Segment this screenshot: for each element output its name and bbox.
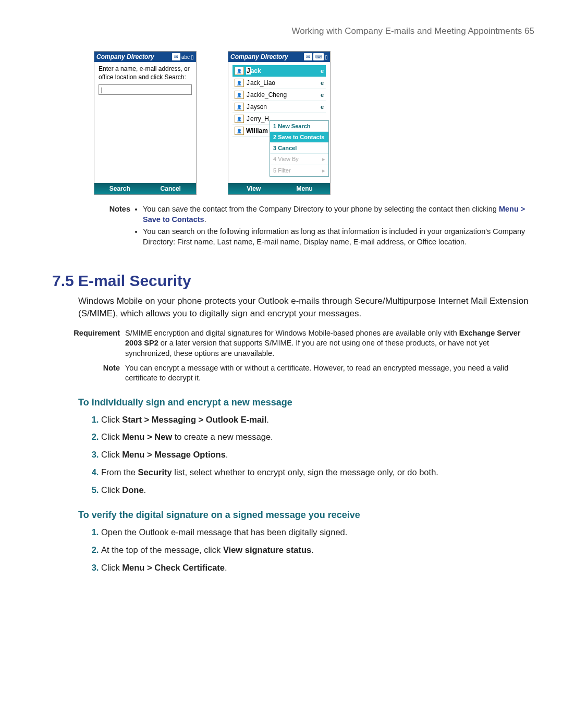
step: Click Menu > Message Options. [101, 448, 534, 461]
result-row[interactable]: Jackie_Cheng e [232, 89, 326, 101]
note-label: Note [63, 363, 125, 384]
phone2-status: ✉ ⌨ ▯ [304, 53, 328, 60]
step: Click Done. [101, 484, 534, 497]
step: From the Security list, select whether t… [101, 466, 534, 479]
page-header: Working with Company E-mails and Meeting… [57, 26, 534, 36]
result-row[interactable]: Jayson e [232, 101, 326, 113]
requirement-block: Requirement S/MIME encryption and digita… [63, 328, 534, 359]
step: Click Start > Messaging > Outlook E-mail… [101, 413, 534, 426]
notes-block: Notes You can save the contact from the … [78, 204, 534, 249]
phone1-status: ✉ abc ▯ [172, 53, 194, 60]
contact-icon [235, 91, 244, 99]
contact-icon [235, 103, 244, 111]
page: Working with Company E-mails and Meeting… [0, 0, 563, 600]
phone-screenshot-search: Company Directory ✉ abc ▯ Enter a name, … [94, 51, 197, 195]
step: Open the Outlook e-mail message that has… [101, 526, 534, 539]
phone2-body: Jack e Jack_Liao e Jackie_Cheng e Jayson… [228, 62, 330, 183]
notes-label: Notes [78, 204, 136, 249]
step: Click Menu > New to create a new message… [101, 430, 534, 443]
phone2-softkeys: View Menu [228, 183, 330, 194]
phone1-titlebar: Company Directory ✉ abc ▯ [94, 52, 196, 62]
contact-icon [235, 115, 244, 123]
result-row[interactable]: Jack_Liao e [232, 77, 326, 89]
signal-icon: ▯ [191, 54, 194, 60]
phone1-softkeys: Search Cancel [94, 183, 196, 194]
screenshots-row: Company Directory ✉ abc ▯ Enter a name, … [94, 51, 534, 195]
chevron-right-icon: ▸ [322, 167, 325, 174]
mail-icon: ✉ [304, 53, 312, 60]
context-menu: 1 New Search 2 Save to Contacts 3 Cancel… [270, 120, 329, 177]
keyboard-icon: ⌨ [313, 53, 324, 60]
subsection-heading: To verify the digital signature on a sig… [78, 510, 534, 521]
contact-icon [235, 79, 244, 87]
contact-icon [235, 67, 244, 75]
note-text: You can encrypt a message with or withou… [125, 363, 534, 384]
result-row[interactable]: Jack e [232, 65, 326, 77]
phone1-softkey-right[interactable]: Cancel [145, 183, 197, 194]
abc-indicator: abc [181, 54, 190, 60]
steps-list-2: Open the Outlook e-mail message that has… [90, 526, 534, 574]
requirement-label: Requirement [63, 328, 125, 359]
note-block: Note You can encrypt a message with or w… [63, 363, 534, 384]
phone1-prompt: Enter a name, e-mail address, or office … [99, 65, 192, 81]
mail-icon: ✉ [172, 53, 180, 60]
phone2-softkey-right[interactable]: Menu [279, 183, 331, 194]
signal-icon: ▯ [325, 54, 328, 60]
phone1-title: Company Directory [96, 53, 154, 60]
menu-cancel[interactable]: 3 Cancel [270, 143, 328, 154]
phone1-softkey-left[interactable]: Search [94, 183, 145, 194]
section-heading: 7.5 E-mail Security [52, 272, 534, 290]
phone-screenshot-results: Company Directory ✉ ⌨ ▯ Jack e Jack_Liao… [228, 51, 331, 195]
chevron-right-icon: ▸ [322, 156, 325, 163]
requirement-text: S/MIME encryption and digital signatures… [125, 328, 534, 359]
step: Click Menu > Check Certificate. [101, 561, 534, 574]
steps-list-1: Click Start > Messaging > Outlook E-mail… [90, 413, 534, 497]
intro-paragraph: Windows Mobile on your phone protects yo… [78, 295, 534, 320]
menu-save-to-contacts[interactable]: 2 Save to Contacts [270, 132, 328, 143]
step: At the top of the message, click View si… [101, 544, 534, 557]
phone1-body: Enter a name, e-mail address, or office … [94, 62, 196, 183]
note-item: You can save the contact from the Compan… [143, 204, 534, 225]
phone2-softkey-left[interactable]: View [228, 183, 279, 194]
phone1-search-input[interactable] [99, 84, 192, 95]
menu-filter: 5 Filter▸ [270, 165, 328, 176]
contact-icon [235, 127, 244, 135]
phone2-title: Company Directory [230, 53, 288, 60]
menu-new-search[interactable]: 1 New Search [270, 121, 328, 132]
menu-view-by: 4 View By▸ [270, 154, 328, 165]
phone2-titlebar: Company Directory ✉ ⌨ ▯ [228, 52, 330, 62]
note-item: You can search on the following informat… [143, 227, 534, 247]
subsection-heading: To individually sign and encrypt a new m… [78, 397, 534, 408]
